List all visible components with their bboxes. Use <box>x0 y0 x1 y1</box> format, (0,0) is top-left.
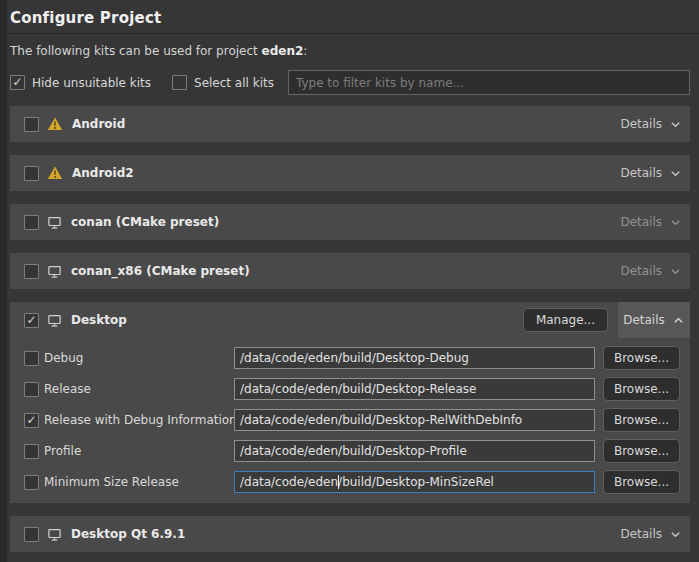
chevron-down-icon <box>669 528 682 541</box>
browse-button[interactable]: Browse... <box>603 470 680 494</box>
kit-checkbox[interactable] <box>24 313 39 328</box>
page-title: Configure Project <box>10 9 699 27</box>
build-dir-field-wrap <box>234 347 595 369</box>
browse-button[interactable]: Browse... <box>603 346 680 370</box>
build-dir-input[interactable] <box>234 409 595 431</box>
kit-header[interactable]: conan_x86 (CMake preset) Details <box>10 253 690 289</box>
browse-button[interactable]: Browse... <box>603 439 680 463</box>
details-button[interactable]: Details <box>620 215 682 229</box>
page-header: Configure Project <box>7 0 699 34</box>
config-label: Minimum Size Release <box>44 475 234 489</box>
kits-info-text: The following kits can be used for proje… <box>10 44 690 58</box>
kit-header[interactable]: Desktop Manage... Details <box>10 302 690 338</box>
kit-name: Android2 <box>72 166 134 180</box>
kit-row-desktop-qt[interactable]: Desktop Qt 6.9.1 Details <box>10 516 690 552</box>
page-content: The following kits can be used for proje… <box>7 44 699 552</box>
config-row-minsizerel: Minimum Size Release Browse... <box>24 470 680 494</box>
config-label: Release <box>44 382 234 396</box>
config-checkbox[interactable] <box>24 475 39 490</box>
configure-project-page: Configure Project The following kits can… <box>0 0 699 562</box>
details-label: Details <box>620 527 662 541</box>
config-checkbox[interactable] <box>24 351 39 366</box>
kit-row-conan[interactable]: conan (CMake preset) Details <box>10 204 690 240</box>
kit-list: Android Details Android2 <box>10 106 690 552</box>
details-label: Details <box>620 264 662 278</box>
project-name: eden2 <box>262 44 304 58</box>
kit-checkbox[interactable] <box>24 264 39 279</box>
details-label: Details <box>623 313 665 327</box>
build-dir-input-focused[interactable] <box>234 471 595 493</box>
kit-row-android2[interactable]: Android2 Details <box>10 155 690 191</box>
details-button[interactable]: Details <box>620 166 682 180</box>
build-dir-input[interactable] <box>234 347 595 369</box>
config-checkbox[interactable] <box>24 413 39 428</box>
build-dir-input[interactable] <box>234 378 595 400</box>
info-text-prefix: The following kits can be used for proje… <box>10 44 262 58</box>
config-row-debug: Debug Browse... <box>24 346 680 370</box>
config-row-relwithdebinfo: Release with Debug Information Browse... <box>24 408 680 432</box>
build-dir-field-wrap <box>234 440 595 462</box>
config-row-release: Release Browse... <box>24 377 680 401</box>
config-label: Release with Debug Information <box>44 413 234 427</box>
select-all-checkbox[interactable] <box>172 75 187 90</box>
desktop-computer-icon <box>47 215 62 230</box>
details-label: Details <box>620 166 662 180</box>
kit-header[interactable]: Desktop Qt 6.9.1 Details <box>10 516 690 552</box>
build-dir-field-wrap <box>234 471 595 493</box>
browse-button[interactable]: Browse... <box>603 408 680 432</box>
details-label: Details <box>620 215 662 229</box>
kit-filter-input[interactable] <box>288 70 690 95</box>
config-checkbox[interactable] <box>24 444 39 459</box>
kit-checkbox[interactable] <box>24 215 39 230</box>
info-text-suffix: : <box>303 44 307 58</box>
details-button[interactable]: Details <box>618 302 690 338</box>
kit-row-android[interactable]: Android Details <box>10 106 690 142</box>
warning-icon <box>47 165 63 181</box>
kit-checkbox[interactable] <box>24 527 39 542</box>
kit-name: Android <box>72 117 125 131</box>
config-label: Profile <box>44 444 234 458</box>
chevron-up-icon <box>672 314 685 327</box>
kit-header[interactable]: conan (CMake preset) Details <box>10 204 690 240</box>
browse-button[interactable]: Browse... <box>603 377 680 401</box>
build-dir-input[interactable] <box>234 440 595 462</box>
kit-filter-controls: Hide unsuitable kits Select all kits <box>10 70 690 95</box>
hide-unsuitable-checkbox[interactable] <box>10 75 25 90</box>
kit-name: Desktop Qt 6.9.1 <box>71 527 185 541</box>
chevron-down-icon <box>669 118 682 131</box>
desktop-computer-icon <box>47 527 62 542</box>
kit-name: conan (CMake preset) <box>71 215 219 229</box>
text-cursor <box>338 475 339 489</box>
kit-name: conan_x86 (CMake preset) <box>71 264 250 278</box>
kit-header[interactable]: Android2 Details <box>10 155 690 191</box>
desktop-computer-icon <box>47 264 62 279</box>
kit-checkbox[interactable] <box>24 166 39 181</box>
kit-checkbox[interactable] <box>24 117 39 132</box>
build-dir-field-wrap <box>234 409 595 431</box>
chevron-down-icon <box>669 265 682 278</box>
build-dir-field-wrap <box>234 378 595 400</box>
details-button[interactable]: Details <box>620 117 682 131</box>
kit-row-conan-x86[interactable]: conan_x86 (CMake preset) Details <box>10 253 690 289</box>
details-label: Details <box>620 117 662 131</box>
desktop-computer-icon <box>47 313 62 328</box>
warning-icon <box>47 116 63 132</box>
kit-header[interactable]: Android Details <box>10 106 690 142</box>
kit-row-desktop[interactable]: Desktop Manage... Details Debug <box>10 302 690 503</box>
config-label: Debug <box>44 351 234 365</box>
details-button[interactable]: Details <box>620 264 682 278</box>
kit-name: Desktop <box>71 313 127 327</box>
manage-kits-button[interactable]: Manage... <box>523 308 608 332</box>
hide-unsuitable-label[interactable]: Hide unsuitable kits <box>32 76 151 90</box>
select-all-label[interactable]: Select all kits <box>194 76 274 90</box>
config-checkbox[interactable] <box>24 382 39 397</box>
chevron-down-icon <box>669 167 682 180</box>
build-config-list: Debug Browse... Release Browse... <box>10 338 690 503</box>
details-button[interactable]: Details <box>620 527 682 541</box>
chevron-down-icon <box>669 216 682 229</box>
config-row-profile: Profile Browse... <box>24 439 680 463</box>
